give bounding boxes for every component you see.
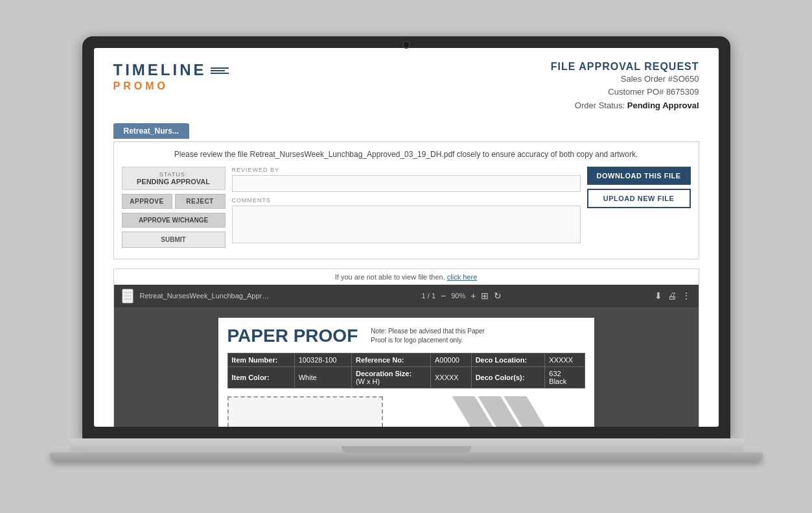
comments-label: COMMENTS [232,197,581,204]
approval-info: FILE APPROVAL REQUEST Sales Order #SO650… [551,61,699,113]
deco-location-value-cell: XXXXX [545,353,585,366]
pdf-zoom-in-btn[interactable]: + [470,291,476,301]
laptop-bezel: TIMELINE PROMO FILE APPROVAL REQUEST Sal… [82,36,730,438]
item-number-label-cell: Item Number: [227,353,294,366]
paper-proof-header: PAPER PROOF Note: Please be advised that… [227,327,585,345]
item-number-value-cell: 100328-100 [294,353,351,366]
pdf-zoom-level: 90% [451,292,465,300]
tab-retreat[interactable]: Retreat_Nurs... [113,123,189,139]
reviewed-by-group: REVIEWED BY [232,167,581,192]
laptop-screen: TIMELINE PROMO FILE APPROVAL REQUEST Sal… [94,48,719,427]
form-actions-panel: DOWNLOAD THIS FILE UPLOAD NEW FILE [587,167,691,251]
approval-title: FILE APPROVAL REQUEST [551,61,699,73]
reject-button[interactable]: REJECT [175,194,226,209]
customer-po: Customer PO# 8675309 [551,86,699,99]
logo-timeline-text: TIMELINE [113,61,207,79]
bag-straps-svg [404,396,585,427]
logo-area: TIMELINE PROMO [113,61,229,92]
ref-no-value-cell: A00000 [430,353,471,366]
form-right-fields: REVIEWED BY COMMENTS [232,167,581,251]
pdf-menu-icon[interactable]: ☰ [122,289,133,304]
comments-textarea[interactable] [232,206,581,243]
bag-artwork-area [393,396,585,427]
deco-size-label-cell: Decoration Size: (W x H) [351,366,430,388]
review-message: Please review the file Retreat_NursesWee… [122,150,691,159]
proof-table-row-1: Item Number: 100328-100 Reference No: A0… [227,353,585,366]
action-buttons-row: APPROVE REJECT [122,194,226,209]
proof-table-row-2: Item Color: White Decoration Size: (W x … [227,366,585,388]
pdf-more-icon[interactable]: ⋮ [682,291,691,301]
order-status-value: Pending Approval [627,101,699,110]
comments-group: COMMENTS [232,197,581,246]
page-header: TIMELINE PROMO FILE APPROVAL REQUEST Sal… [113,61,699,113]
upload-button[interactable]: UPLOAD NEW FILE [587,189,691,208]
approve-with-change-button[interactable]: APPROVE W/CHANGE [122,213,226,228]
deco-colors-label-cell: Deco Color(s): [471,366,545,388]
paper-proof-note: Note: Please be advised that this Paper … [371,327,500,345]
form-container: Please review the file Retreat_NursesWee… [113,141,699,259]
deco-location-label-cell: Deco Location: [471,353,545,366]
pdf-filename: Retreat_NursesWeek_Lunchbag_Appro... [140,292,270,300]
ref-no-label-cell: Reference No: [351,353,430,366]
logo-promo-text: PROMO [113,80,168,92]
status-value: PENDING APPROVAL [128,178,220,185]
tab-bar: Retreat_Nurs... [113,123,699,139]
pdf-note: If you are not able to view file then, c… [114,269,699,285]
pdf-toolbar: ☰ Retreat_NursesWeek_Lunchbag_Appro... 1… [114,285,699,307]
pdf-viewer-section: If you are not able to view file then, c… [113,268,699,427]
svg-line-4 [507,396,585,427]
form-left-panel: STATUS: PENDING APPROVAL APPROVE REJECT … [122,167,226,251]
laptop-camera [402,41,410,49]
order-status: Order Status: Pending Approval [551,99,699,113]
pdf-zoom-out-btn[interactable]: − [441,291,446,301]
pdf-download-icon[interactable]: ⬇ [655,291,662,301]
approve-button[interactable]: APPROVE [122,194,172,209]
pdf-rotate-btn[interactable]: ↻ [494,291,502,301]
laptop-bottom [50,453,763,462]
pdf-fit-btn[interactable]: ⊞ [481,291,489,301]
pdf-print-icon[interactable]: 🖨 [667,291,677,301]
status-label: STATUS: [128,171,220,178]
item-color-label-cell: Item Color: [227,366,294,388]
logo-timeline-lines [211,67,229,74]
proof-table: Item Number: 100328-100 Reference No: A0… [227,353,585,388]
order-status-label: Order Status: [575,101,625,110]
paper-proof-title: PAPER PROOF [227,327,358,345]
submit-button[interactable]: SUBMIT [122,232,226,248]
pdf-page-info: 1 / 1 [422,292,435,300]
pdf-note-text: If you are not able to view file then, [335,273,445,281]
deco-size-value-cell: XXXXX [430,366,471,388]
reviewed-by-input[interactable] [232,175,581,192]
pdf-click-here-link[interactable]: click here [447,273,477,281]
pdf-content-area: PAPER PROOF Note: Please be advised that… [114,307,699,427]
status-box: STATUS: PENDING APPROVAL [122,167,226,190]
sales-order: Sales Order #SO650 [551,73,699,86]
artwork-dashed-box: Retreat Behavioral Health® [227,396,383,427]
paper-proof-box: PAPER PROOF Note: Please be advised that… [218,318,594,427]
reviewed-by-label: REVIEWED BY [232,167,581,173]
laptop-base [69,438,743,453]
download-button[interactable]: DOWNLOAD THIS FILE [587,167,691,185]
item-color-value-cell: White [294,366,351,388]
deco-colors-value-cell: 632 Black [545,366,585,388]
